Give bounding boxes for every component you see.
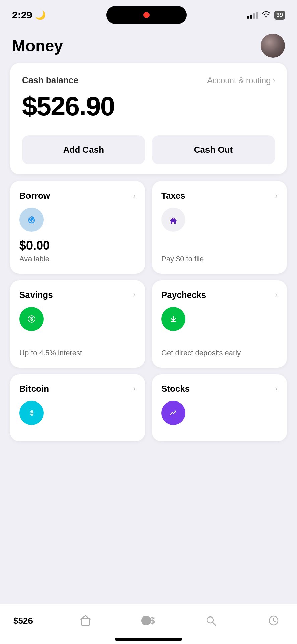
stocks-title: Stocks (161, 384, 190, 394)
stocks-icon (161, 401, 185, 425)
nav-history-button[interactable] (263, 610, 284, 631)
taxes-chevron-icon: › (275, 192, 278, 200)
moon-icon: 🌙 (35, 10, 46, 20)
bitcoin-chevron-icon: › (133, 384, 136, 393)
savings-card[interactable]: Savings › $ Up to 4.5% interest (10, 280, 145, 368)
status-time: 2:29 🌙 (12, 9, 46, 21)
svg-text:₿: ₿ (30, 410, 33, 416)
cash-balance-label: Cash balance (22, 75, 78, 86)
taxes-title: Taxes (161, 191, 185, 201)
balance-amount: $526.90 (22, 91, 275, 122)
svg-rect-2 (172, 222, 174, 224)
svg-rect-11 (81, 619, 90, 625)
card-header: Cash balance Account & routing › (22, 75, 275, 86)
stocks-chevron-icon: › (275, 384, 278, 393)
cash-out-button[interactable]: Cash Out (152, 135, 275, 164)
action-buttons: Add Cash Cash Out (22, 135, 275, 164)
borrow-icon (19, 208, 44, 232)
signal-icon (247, 11, 258, 19)
page-title: Money (12, 37, 63, 55)
bitcoin-card-header: Bitcoin › (19, 384, 136, 394)
account-routing-text: Account & routing (207, 76, 271, 85)
stocks-card[interactable]: Stocks › (152, 374, 287, 441)
taxes-icon (161, 208, 185, 232)
wifi-icon (261, 10, 271, 20)
time-display: 2:29 (12, 9, 32, 21)
main-content: Cash balance Account & routing › $526.90… (0, 63, 297, 488)
svg-point-3 (173, 217, 174, 219)
borrow-card[interactable]: Borrow › $0.00 Available (10, 181, 145, 274)
page-header: Money (0, 27, 297, 63)
bitcoin-card[interactable]: Bitcoin › ₿ (10, 374, 145, 441)
status-bar: 2:29 🌙 39 (0, 0, 297, 27)
battery-level: 39 (276, 12, 283, 19)
add-cash-button[interactable]: Add Cash (22, 135, 145, 164)
dynamic-island (106, 6, 187, 24)
taxes-card-header: Taxes › (161, 191, 278, 201)
savings-chevron-icon: › (133, 290, 136, 299)
nav-cash-button[interactable]: $ (138, 610, 158, 631)
borrow-chevron-icon: › (133, 192, 136, 200)
savings-icon: $ (19, 307, 44, 331)
paychecks-chevron-icon: › (275, 290, 278, 299)
cash-balance-card: Cash balance Account & routing › $526.90… (10, 63, 287, 174)
borrow-taxes-row: Borrow › $0.00 Available Taxes › (10, 181, 287, 274)
savings-subtitle: Up to 4.5% interest (19, 348, 136, 358)
nav-home-button[interactable] (75, 610, 96, 631)
borrow-card-header: Borrow › (19, 191, 136, 201)
taxes-subtitle: Pay $0 to file (161, 254, 278, 264)
paychecks-card[interactable]: Paychecks › Get direct deposits early (152, 280, 287, 368)
nav-balance: $526 (13, 615, 33, 626)
bitcoin-title: Bitcoin (19, 384, 49, 394)
account-routing-link[interactable]: Account & routing › (207, 76, 275, 85)
home-indicator (115, 638, 182, 641)
nav-search-button[interactable] (201, 610, 221, 631)
paychecks-card-header: Paychecks › (161, 290, 278, 300)
paychecks-title: Paychecks (161, 290, 206, 300)
taxes-card[interactable]: Taxes › Pay $0 to file (152, 181, 287, 274)
savings-paychecks-row: Savings › $ Up to 4.5% interest Paycheck… (10, 280, 287, 368)
savings-card-header: Savings › (19, 290, 136, 300)
nav-dollar-icon: $ (150, 615, 155, 626)
svg-text:$: $ (30, 316, 33, 322)
borrow-value: $0.00 (19, 238, 136, 253)
avatar[interactable] (261, 34, 285, 58)
stocks-card-header: Stocks › (161, 384, 278, 394)
paychecks-subtitle: Get direct deposits early (161, 348, 278, 358)
paychecks-icon (161, 307, 185, 331)
bitcoin-icon: ₿ (19, 401, 44, 425)
status-icons: 39 (247, 10, 285, 20)
record-dot (143, 12, 150, 18)
savings-title: Savings (19, 290, 53, 300)
borrow-title: Borrow (19, 191, 50, 201)
chevron-right-icon: › (273, 76, 275, 84)
borrow-subtitle: Available (19, 254, 136, 264)
battery-icon: 39 (274, 11, 285, 20)
bitcoin-stocks-row: Bitcoin › ₿ Stocks › (10, 374, 287, 441)
